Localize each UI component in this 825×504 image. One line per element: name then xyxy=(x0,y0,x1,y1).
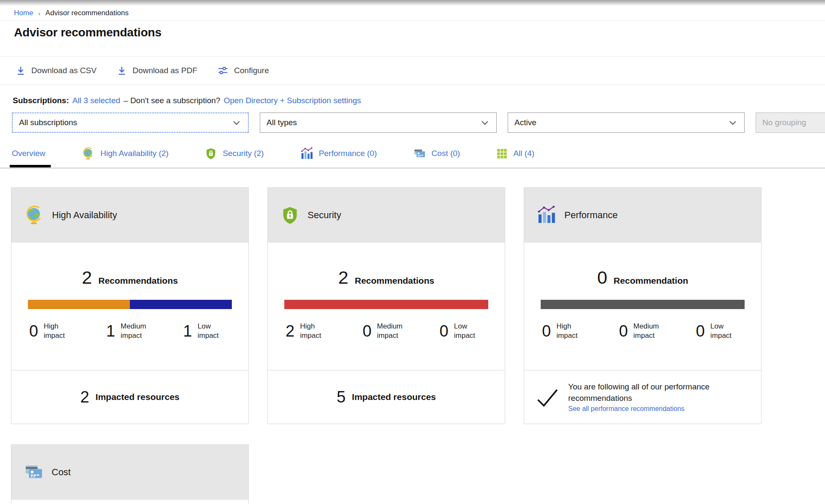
subscriptions-label: Subscriptions: xyxy=(13,96,69,105)
impacted-resources-section[interactable]: 5 Impacted resources xyxy=(268,370,505,424)
grouping-value: No grouping xyxy=(762,118,806,127)
impact-count: 0 xyxy=(542,322,551,340)
filter-type-dropdown[interactable]: All types xyxy=(260,112,497,133)
high-impact-stat: 2 High impact xyxy=(286,322,334,340)
tab-cost[interactable]: Cost (0) xyxy=(413,147,460,164)
filter-type-value: All types xyxy=(267,118,297,127)
card-security-header: Security xyxy=(268,188,505,243)
checkmark-icon xyxy=(535,386,559,408)
impact-count: 0 xyxy=(619,322,628,340)
performance-chart-icon xyxy=(537,205,556,225)
medium-impact-stat: 0 Medium impact xyxy=(619,322,667,340)
card-security[interactable]: Security 2 Recommendations 2 High impact… xyxy=(267,187,505,424)
filter-status-dropdown[interactable]: Active xyxy=(508,112,745,133)
card-body: 0 Recommendation 0 High impact 0 Medium … xyxy=(524,243,761,370)
card-body: 2 Recommendations 0 High impact 1 Medium… xyxy=(11,243,248,370)
impact-label: Low impact xyxy=(710,322,744,340)
tab-bar: Overview High Availability (2) Security … xyxy=(0,144,825,167)
filter-subscriptions-dropdown[interactable]: All subscriptions xyxy=(12,112,249,133)
configure-button[interactable]: Configure xyxy=(217,65,269,76)
card-body xyxy=(11,500,248,504)
impact-label: High impact xyxy=(556,322,590,340)
card-cost[interactable]: Cost xyxy=(11,444,249,504)
card-performance[interactable]: Performance 0 Recommendation 0 High impa… xyxy=(524,187,762,424)
command-bar: Download as CSV Download as PDF Configur… xyxy=(0,57,825,85)
tab-security[interactable]: Security (2) xyxy=(205,148,264,164)
card-cost-header: Cost xyxy=(11,445,248,500)
impact-distribution-bar xyxy=(284,300,488,309)
impacted-resources-section[interactable]: 2 Impacted resources xyxy=(11,370,248,424)
low-impact-stat: 0 Low impact xyxy=(696,322,744,340)
impacted-resources-label: Impacted resources xyxy=(352,392,436,402)
grouping-button-disabled[interactable]: No grouping xyxy=(756,112,825,133)
low-impact-stat: 0 Low impact xyxy=(440,322,488,340)
impact-label: High impact xyxy=(44,322,77,340)
breadcrumb-home-link[interactable]: Home xyxy=(14,9,33,17)
subscriptions-bar: Subscriptions: All 3 selected – Don't se… xyxy=(13,96,825,105)
download-pdf-button[interactable]: Download as PDF xyxy=(117,66,197,76)
breadcrumb-chevron-icon: › xyxy=(38,10,40,17)
recommendations-count: 2 xyxy=(338,267,349,288)
card-title: Performance xyxy=(564,210,618,221)
high-impact-stat: 0 High impact xyxy=(542,322,590,340)
divider xyxy=(0,85,825,85)
recommendations-label: Recommendation xyxy=(613,276,688,286)
filter-row: All subscriptions All types Active No gr… xyxy=(12,112,825,133)
filter-subscriptions-value: All subscriptions xyxy=(19,118,77,127)
download-csv-button[interactable]: Download as CSV xyxy=(16,66,96,76)
grid-icon xyxy=(496,148,508,159)
tab-overview[interactable]: Overview xyxy=(12,149,45,162)
impact-label: High impact xyxy=(300,322,334,340)
card-high-availability[interactable]: High Availability 2 Recommendations 0 Hi… xyxy=(11,187,249,424)
low-impact-stat: 1 Low impact xyxy=(183,322,231,340)
bar-segment-none xyxy=(541,300,745,309)
impact-label: Medium impact xyxy=(377,322,411,340)
card-title: Security xyxy=(308,210,341,221)
active-tab-underline xyxy=(10,165,51,167)
tab-security-label: Security (2) xyxy=(223,149,264,158)
shield-icon xyxy=(205,148,217,160)
impacted-resources-count: 2 xyxy=(80,388,89,406)
directory-settings-link[interactable]: Open Directory + Subscription settings xyxy=(224,96,361,105)
recommendations-count: 0 xyxy=(597,267,607,288)
impact-count: 2 xyxy=(286,322,294,340)
shield-icon xyxy=(280,206,300,225)
tab-performance-label: Performance (0) xyxy=(319,149,377,158)
chevron-down-icon xyxy=(233,120,240,126)
tab-high-availability-label: High Availability (2) xyxy=(100,149,168,158)
overview-cards: High Availability 2 Recommendations 0 Hi… xyxy=(0,169,787,504)
configure-label: Configure xyxy=(234,66,269,75)
impacted-resources-count: 5 xyxy=(337,388,346,406)
impact-label: Medium impact xyxy=(633,322,667,340)
following-message: You are following all of our performance… xyxy=(568,381,725,404)
sliders-icon xyxy=(217,65,228,76)
impact-count: 0 xyxy=(696,322,705,340)
medium-impact-stat: 0 Medium impact xyxy=(363,322,411,340)
impact-label: Low impact xyxy=(198,322,231,340)
impact-distribution-bar xyxy=(541,300,745,309)
see-all-performance-link[interactable]: See all performance recommendations xyxy=(568,405,685,413)
globe-icon xyxy=(24,205,44,225)
bar-segment-low-impact xyxy=(130,300,232,309)
download-pdf-label: Download as PDF xyxy=(132,66,197,75)
impact-label: Low impact xyxy=(454,322,488,340)
tab-performance[interactable]: Performance (0) xyxy=(300,147,377,164)
impact-distribution-bar xyxy=(28,300,232,309)
subscriptions-selected-link[interactable]: All 3 selected xyxy=(72,96,120,105)
impact-count: 1 xyxy=(183,322,192,340)
credit-card-icon xyxy=(24,463,44,482)
credit-card-icon xyxy=(413,147,426,160)
performance-chart-icon xyxy=(300,147,314,160)
tab-all[interactable]: All (4) xyxy=(496,148,534,164)
card-performance-header: Performance xyxy=(524,188,761,243)
download-icon xyxy=(16,66,26,76)
breadcrumb-current: Advisor recommendations xyxy=(45,9,129,17)
impact-count: 1 xyxy=(106,322,115,340)
recommendations-label: Recommendations xyxy=(355,276,434,286)
impact-count: 0 xyxy=(363,322,371,340)
performance-following-section: You are following all of our performance… xyxy=(524,370,761,424)
recommendations-count: 2 xyxy=(82,267,92,288)
tab-high-availability[interactable]: High Availability (2) xyxy=(82,147,168,164)
tab-all-label: All (4) xyxy=(513,149,534,158)
download-icon xyxy=(117,66,127,76)
